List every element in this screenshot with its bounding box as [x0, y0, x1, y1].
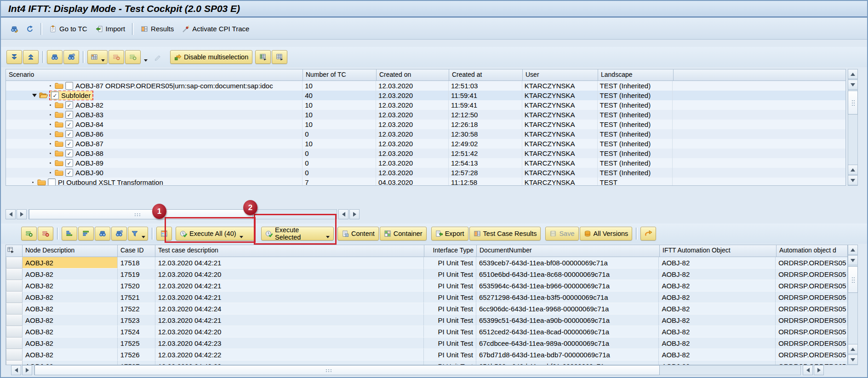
history-button[interactable]	[640, 227, 656, 241]
more-menu-button[interactable]	[142, 50, 149, 64]
tree-node-checkbox[interactable]: ✓	[65, 120, 73, 128]
cell-node-description[interactable]: AOBJ-82	[23, 349, 118, 361]
cell-node-description[interactable]: AOBJ-82	[23, 303, 118, 315]
tree-row[interactable]: ✓AOBJ-90 012.03.202012:57:28KTARCZYNSKAT…	[6, 168, 845, 178]
sort-ascending-button[interactable]	[62, 227, 77, 241]
tree-node-checkbox[interactable]: ✓	[65, 140, 73, 148]
refresh-button[interactable]	[22, 23, 38, 35]
table-row[interactable]: AOBJ-821752112.03.2020 04:42:21PI Unit T…	[6, 292, 847, 303]
scroll-right-button[interactable]	[814, 365, 824, 375]
tree-row[interactable]: ✓AOBJ-83 1012.03.202012:12:50KTARCZYNSKA…	[6, 110, 845, 120]
edit-button[interactable]	[150, 50, 166, 64]
expand-toggle-icon[interactable]	[32, 94, 37, 97]
scroll-left-button[interactable]	[6, 209, 16, 219]
tree-node-label[interactable]: AOBJ-87	[75, 140, 103, 148]
find-button[interactable]	[47, 50, 63, 64]
tree-node-label[interactable]: AOBJ-86	[75, 130, 103, 138]
scroll-up-button[interactable]	[848, 344, 858, 354]
scroll-left-button[interactable]	[803, 365, 813, 375]
row-selector[interactable]	[6, 269, 23, 280]
row-selector[interactable]	[6, 315, 23, 326]
scroll-up-button[interactable]	[848, 245, 858, 255]
tree-node-label[interactable]: AOBJ-90	[75, 169, 103, 177]
cell-node-description[interactable]: AOBJ-82	[23, 315, 118, 326]
tree-node-label[interactable]: AOBJ-89	[75, 159, 103, 167]
tree-node-label[interactable]: AOBJ-83	[75, 111, 103, 119]
select-all-button[interactable]	[125, 50, 141, 64]
deselect-all-button[interactable]	[38, 227, 53, 241]
grid-column-header-documentnumber[interactable]: DocumentNumber	[477, 245, 660, 257]
scroll-down-button[interactable]	[848, 255, 858, 265]
cell-node-description[interactable]: AOBJ-82	[23, 257, 118, 269]
row-selector[interactable]	[6, 280, 23, 292]
grid-column-header-iftt-automation-object[interactable]: IFTT Automation Object	[660, 245, 777, 257]
table-row[interactable]: AOBJ-821752512.03.2020 04:42:23PI Unit T…	[6, 338, 847, 349]
tree-node-label[interactable]: Subfolder	[61, 92, 91, 99]
results-button[interactable]: Results	[137, 23, 178, 35]
expand-all-button[interactable]	[6, 50, 22, 64]
content-button[interactable]: Content	[337, 227, 379, 241]
tree-node-checkbox[interactable]: ✓	[65, 101, 73, 109]
cell-node-description[interactable]: AOBJ-82	[23, 338, 118, 349]
tree-column-header-created-at[interactable]: Created at	[449, 69, 523, 81]
deselect-all-button[interactable]	[108, 50, 124, 64]
container-button[interactable]: ? Container	[380, 227, 427, 241]
tree-row[interactable]: ✓AOBJ-86 012.03.202012:30:58KTARCZYNSKAT…	[6, 129, 845, 139]
scroll-down-button[interactable]	[848, 80, 858, 90]
cell-node-description[interactable]: AOBJ-82	[23, 292, 118, 303]
column-layout-button[interactable]	[87, 50, 108, 64]
export-button[interactable]: Export	[431, 227, 468, 241]
tree-node-checkbox[interactable]	[65, 82, 73, 90]
grid-column-header-test-case-description[interactable]: Test case description	[155, 245, 424, 257]
tree-column-header-user[interactable]: User	[523, 69, 598, 81]
disable-multiselection-button[interactable]: Disable multiselection	[170, 50, 252, 64]
find-next-button[interactable]	[63, 50, 79, 64]
save-button[interactable]: Save	[545, 227, 578, 241]
tree-column-header-created-on[interactable]: Created on	[377, 69, 449, 81]
collapse-all-button[interactable]	[23, 50, 39, 64]
tree-row[interactable]: AOBJ-87 ORDRSP.ORDERS05|urn:sap-com:docu…	[6, 81, 845, 91]
tree-node-checkbox[interactable]: ✓	[65, 159, 73, 167]
scroll-up-button[interactable]	[848, 165, 858, 175]
tree-row[interactable]: PI Outbound XSLT Transformation 704.03.2…	[6, 178, 845, 186]
go-to-tc-button[interactable]: Go to TC	[45, 23, 91, 35]
table-row[interactable]: AOBJ-821752412.03.2020 04:42:20PI Unit T…	[6, 326, 847, 338]
tree-node-label[interactable]: AOBJ-84	[75, 120, 103, 128]
tree-node-checkbox[interactable]	[48, 178, 56, 186]
test-case-results-button[interactable]: Test Case Results	[469, 227, 541, 241]
table-row[interactable]: AOBJ-821752712.03.2020 04:42:20PI Unit T…	[6, 361, 847, 365]
tree-node-checkbox[interactable]: ✓	[65, 111, 73, 119]
row-selector[interactable]	[6, 349, 23, 361]
scroll-right-button[interactable]	[17, 209, 27, 219]
tree-row[interactable]: ✓AOBJ-84 1012.03.202012:26:18KTARCZYNSKA…	[6, 120, 845, 129]
cell-node-description[interactable]: AOBJ-82	[23, 269, 118, 280]
scroll-handle[interactable]	[848, 266, 858, 293]
find-button[interactable]	[95, 227, 110, 241]
scroll-handle[interactable]	[848, 91, 858, 115]
scroll-down-button[interactable]	[848, 175, 858, 185]
tree-row[interactable]: ✓AOBJ-89 012.03.202012:54:13KTARCZYNSKAT…	[6, 158, 845, 168]
import-button[interactable]: Import	[91, 23, 130, 35]
scroll-up-button[interactable]	[848, 69, 858, 79]
tree-row[interactable]: ✓AOBJ-88 012.03.202012:51:42KTARCZYNSKAT…	[6, 149, 845, 158]
filter-button[interactable]	[128, 227, 148, 241]
cell-node-description[interactable]: AOBJ-82	[23, 361, 118, 365]
tree-node-checkbox[interactable]: ✓	[65, 130, 73, 138]
table-row[interactable]: AOBJ-821752212.03.2020 04:42:24PI Unit T…	[6, 303, 847, 315]
cell-node-description[interactable]: AOBJ-82	[23, 326, 118, 338]
export-table-button[interactable]	[255, 50, 271, 64]
tree-node-checkbox[interactable]: ✓	[65, 169, 73, 177]
table-view-button[interactable]	[272, 50, 287, 64]
tree-node-label[interactable]: AOBJ-88	[75, 149, 103, 157]
row-selector[interactable]	[6, 326, 23, 338]
scroll-handle[interactable]	[34, 365, 660, 375]
table-row[interactable]: AOBJ-821751912.03.2020 04:42:20PI Unit T…	[6, 269, 847, 280]
table-row[interactable]: AOBJ-821752312.03.2020 04:42:21PI Unit T…	[6, 315, 847, 326]
sort-descending-button[interactable]	[78, 227, 94, 241]
find-next-button[interactable]	[111, 227, 127, 241]
select-all-button[interactable]	[21, 227, 37, 241]
display-edit-button[interactable]	[6, 23, 22, 35]
row-selector[interactable]	[6, 361, 23, 365]
tree-node-label[interactable]: PI Outbound XSLT Transformation	[58, 178, 163, 186]
row-selector[interactable]	[6, 338, 23, 349]
